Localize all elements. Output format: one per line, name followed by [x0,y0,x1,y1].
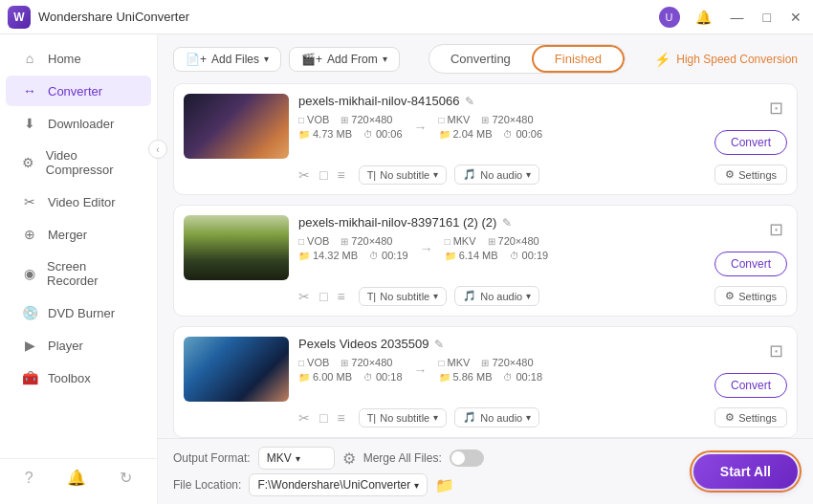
tab-finished[interactable]: Finished [532,45,625,73]
sidebar-label-home: Home [48,52,81,66]
target-info-2: □MKV ⊞720×480 📁6.14 MB ⏱00:19 [445,235,549,261]
close-button[interactable]: ✕ [786,8,805,27]
format-settings-icon-2[interactable]: ⊡ [765,215,787,244]
convert-button-3[interactable]: Convert [714,373,787,398]
add-files-button[interactable]: 📄+ Add Files ▾ [173,47,281,72]
arrow-icon-3: → [406,362,435,378]
sidebar-item-home[interactable]: ⌂ Home [6,43,151,74]
sidebar-item-toolbox[interactable]: 🧰 Toolbox [6,362,151,393]
card-title-row-2: pexels-mikhail-nilov-8397161 (2) (2) ✎ [298,215,705,230]
sidebar-collapse-button[interactable]: ‹ [148,140,167,159]
output-format-row: Output Format: MKV ▾ ⚙ Merge All Files: [173,447,484,470]
cut-icon-2[interactable]: ✂ [298,289,310,304]
video-thumbnail-2 [184,215,289,280]
sidebar-item-video-editor[interactable]: ✂ Video Editor [6,186,151,217]
source-info-1: □VOB ⊞720×480 📁4.73 MB ⏱00:06 [298,114,403,140]
high-speed-conversion[interactable]: ⚡ High Speed Conversion [654,52,798,67]
subtitle-dropdown-1[interactable]: T| No subtitle ▾ [359,165,448,185]
card-title-3: Pexels Videos 2035509 [298,337,428,351]
dvd-icon: 💿 [21,305,38,320]
player-icon: ▶ [21,338,38,353]
output-format-dropdown[interactable]: MKV ▾ [258,447,335,470]
sidebar: ⌂ Home ↔ Converter ⬇ Downloader ⚙ Video … [0,34,158,504]
sidebar-item-video-compressor[interactable]: ⚙ Video Compressor [6,141,151,185]
list-icon-3[interactable]: ≡ [337,410,344,426]
card-info-2: pexels-mikhail-nilov-8397161 (2) (2) ✎ □… [298,215,705,261]
toolbar: 📄+ Add Files ▾ 🎬+ Add From ▾ Converting … [158,34,813,83]
card-info-1: pexels-mikhail-nilov-8415066 ✎ □VOB ⊞720… [298,94,705,140]
sidebar-item-converter[interactable]: ↔ Converter [6,76,151,106]
browse-folder-icon[interactable]: 📁 [435,476,454,494]
audio-dropdown-2[interactable]: 🎵 No audio ▾ [454,286,539,306]
sidebar-item-downloader[interactable]: ⬇ Downloader [6,108,151,139]
converter-icon: ↔ [21,83,38,99]
settings-icon-1: ⚙ [725,168,735,181]
copy-icon-2[interactable]: □ [319,289,327,304]
sidebar-label-screen-recorder: Screen Recorder [47,259,136,288]
audio-dropdown-1[interactable]: 🎵 No audio ▾ [454,164,539,185]
subtitle-dropdown-3[interactable]: T| No subtitle ▾ [359,408,448,427]
sidebar-label-merger: Merger [48,228,87,242]
settings-button-3[interactable]: ⚙ Settings [714,407,787,427]
cut-icon-1[interactable]: ✂ [298,167,310,183]
sidebar-label-converter: Converter [48,84,102,99]
card-meta-3: □VOB ⊞720×480 📁6.00 MB ⏱00:18 → [298,357,705,383]
tab-converting[interactable]: Converting [429,47,532,71]
output-format-chevron: ▾ [296,453,300,464]
home-icon: ⌂ [21,51,38,66]
edit-icon-1[interactable]: ✎ [465,95,474,108]
subtitle-icon-1: T| [367,169,377,181]
format-settings-icon[interactable]: ⚙ [342,449,356,468]
settings-button-2[interactable]: ⚙ Settings [714,286,787,306]
content-area: 📄+ Add Files ▾ 🎬+ Add From ▾ Converting … [158,34,813,504]
settings-icon-2: ⚙ [725,290,735,302]
target-info-3: □MKV ⊞720×480 📁5.86 MB ⏱00:18 [439,357,543,383]
toolbox-icon: 🧰 [21,370,38,385]
maximize-button[interactable]: □ [759,8,775,27]
editor-icon: ✂ [21,194,38,209]
sidebar-item-screen-recorder[interactable]: ◉ Screen Recorder [6,252,151,296]
arrow-icon-2: → [412,241,441,256]
merger-icon: ⊕ [21,227,38,242]
card-bottom-3: ✂ □ ≡ T| No subtitle ▾ 🎵 No audio ▾ [184,407,787,427]
start-all-button[interactable]: Start All [693,454,798,489]
app-title: Wondershare UniConverter [38,10,189,24]
edit-icon-3[interactable]: ✎ [434,338,444,351]
list-icon-2[interactable]: ≡ [337,289,344,304]
merge-files-toggle[interactable] [450,449,484,467]
card-title-1: pexels-mikhail-nilov-8415066 [298,94,459,108]
add-from-button[interactable]: 🎬+ Add From ▾ [289,47,400,72]
format-settings-icon-1[interactable]: ⊡ [765,94,787,122]
recorder-icon: ◉ [21,266,37,281]
refresh-icon[interactable]: ↻ [120,469,132,487]
file-location-label: File Location: [173,478,241,492]
notifications-icon[interactable]: 🔔 [67,469,86,487]
bell-icon[interactable]: 🔔 [692,8,715,27]
file-location-dropdown[interactable]: F:\Wondershare\UniConverter ▾ [249,473,428,496]
title-bar-left: W Wondershare UniConverter [8,6,189,29]
convert-button-1[interactable]: Convert [714,130,787,155]
minimize-button[interactable]: — [727,8,748,27]
sidebar-item-dvd-burner[interactable]: 💿 DVD Burner [6,297,151,328]
audio-icon-1: 🎵 [463,168,476,181]
sidebar-label-dvd-burner: DVD Burner [48,306,115,320]
cut-icon-3[interactable]: ✂ [298,410,310,426]
help-icon[interactable]: ? [25,470,33,487]
add-files-label: Add Files [211,53,259,66]
sidebar-item-player[interactable]: ▶ Player [6,330,151,361]
audio-dropdown-3[interactable]: 🎵 No audio ▾ [454,407,539,427]
copy-icon-1[interactable]: □ [319,167,327,183]
sidebar-item-merger[interactable]: ⊕ Merger [6,219,151,250]
copy-icon-3[interactable]: □ [319,410,327,426]
card-bottom-2: ✂ □ ≡ T| No subtitle ▾ 🎵 No audio ▾ [184,286,787,306]
add-from-label: Add From [327,53,378,66]
edit-icon-2[interactable]: ✎ [502,216,512,230]
format-settings-icon-3[interactable]: ⊡ [765,337,787,365]
subtitle-dropdown-2[interactable]: T| No subtitle ▾ [359,287,448,306]
card-top-2: pexels-mikhail-nilov-8397161 (2) (2) ✎ □… [184,215,787,280]
convert-button-2[interactable]: Convert [714,252,787,276]
main-layout: ⌂ Home ↔ Converter ⬇ Downloader ⚙ Video … [0,34,813,504]
list-icon-1[interactable]: ≡ [337,167,344,183]
user-avatar[interactable]: U [659,7,680,28]
settings-button-1[interactable]: ⚙ Settings [714,164,787,185]
